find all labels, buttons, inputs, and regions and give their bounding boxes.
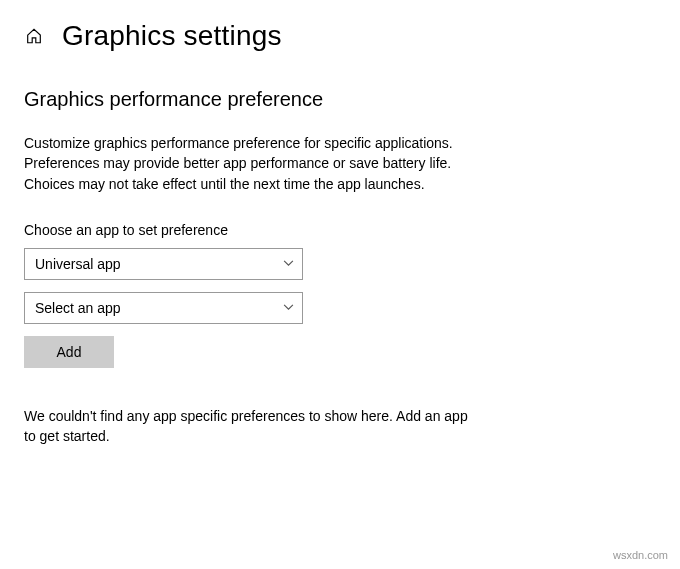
header: Graphics settings [24, 20, 656, 52]
section-description: Customize graphics performance preferenc… [24, 133, 479, 194]
watermark: wsxdn.com [613, 549, 668, 561]
page-title: Graphics settings [62, 20, 282, 52]
app-select-dropdown[interactable]: Select an app [24, 292, 303, 324]
chevron-down-icon [282, 258, 294, 270]
app-type-dropdown-value: Universal app [35, 256, 121, 272]
chevron-down-icon [282, 302, 294, 314]
app-type-dropdown[interactable]: Universal app [24, 248, 303, 280]
home-icon[interactable] [24, 26, 44, 46]
chooser-label: Choose an app to set preference [24, 222, 656, 238]
add-button[interactable]: Add [24, 336, 114, 368]
empty-state-message: We couldn't find any app specific prefer… [24, 406, 479, 447]
section-heading: Graphics performance preference [24, 88, 656, 111]
app-select-dropdown-value: Select an app [35, 300, 121, 316]
